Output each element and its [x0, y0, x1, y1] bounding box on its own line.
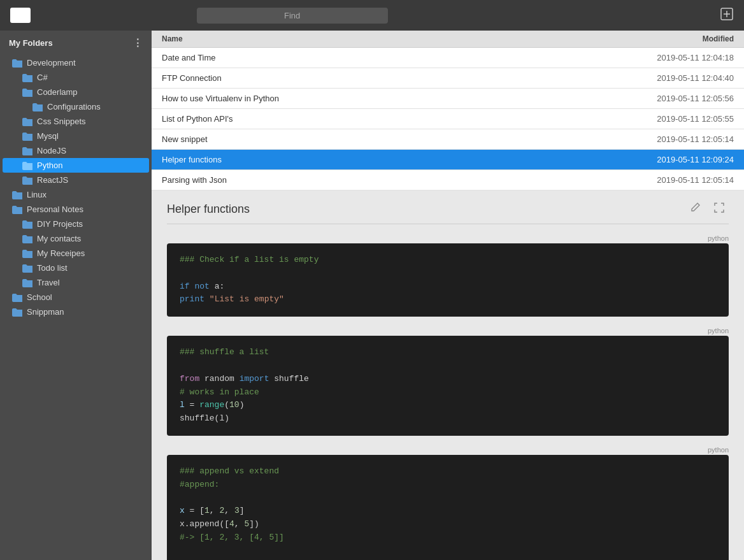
- my-folders-label: My Folders: [9, 38, 53, 48]
- search-input[interactable]: [197, 8, 388, 24]
- file-modified: 2019-05-11 12:04:40: [617, 68, 744, 88]
- sidebar-item-label: Linux: [27, 190, 46, 199]
- col-name-header: Name: [152, 34, 617, 43]
- sidebar-item-my-contacts[interactable]: My contacts: [3, 231, 149, 246]
- folder-icon: [11, 205, 23, 214]
- code-block-container: python### append vs extend#append: x = […: [167, 446, 729, 560]
- table-row[interactable]: List of Python API's2019-05-11 12:05:55: [152, 109, 744, 129]
- sidebar-item-label: My contacts: [37, 234, 81, 243]
- file-rows: Date and Time2019-05-11 12:04:18FTP Conn…: [152, 48, 744, 190]
- table-row[interactable]: Helper functions2019-05-11 12:09:24: [152, 150, 744, 170]
- folder-icon: [22, 132, 33, 141]
- file-list-header: Name Modified: [152, 31, 744, 48]
- file-modified: 2019-05-11 12:05:14: [617, 170, 744, 190]
- sidebar-item-travel[interactable]: Travel: [3, 275, 149, 290]
- code-line: ### append vs extend: [180, 465, 716, 478]
- sidebar-item-mysql[interactable]: Mysql: [3, 129, 149, 143]
- folder-icon: [11, 59, 23, 68]
- code-line: #-> [1, 2, 3, [4, 5]]: [180, 531, 716, 545]
- table-row[interactable]: How to use Virtualenv in Python2019-05-1…: [152, 89, 744, 109]
- file-modified: 2019-05-11 12:05:55: [617, 109, 744, 129]
- folder-icon: [11, 293, 23, 302]
- sidebar-item-label: Css Snippets: [37, 117, 86, 126]
- search-container: [197, 8, 388, 24]
- sidebar-more-icon[interactable]: ⋮: [132, 37, 143, 49]
- code-line: #extend:: [180, 558, 716, 560]
- folder-icon: [22, 264, 33, 273]
- folder-icon: [22, 147, 33, 155]
- col-modified-header: Modified: [617, 34, 744, 43]
- file-name: How to use Virtualenv in Python: [152, 89, 617, 108]
- code-block: ### Check if a list is empty if not a: p…: [167, 243, 729, 317]
- code-line: [180, 545, 716, 558]
- sidebar-item-python[interactable]: Python: [3, 158, 149, 173]
- sidebar-item-linux[interactable]: Linux: [3, 187, 149, 202]
- code-line: #append:: [180, 478, 716, 492]
- folder-icon: [22, 220, 33, 229]
- sidebar: My Folders ⋮ Development C# Coderlamp Co…: [0, 31, 152, 560]
- code-line: print "List is empty": [180, 293, 716, 306]
- folder-icon: [22, 249, 33, 258]
- code-line: x.append([4, 5]): [180, 518, 716, 531]
- sidebar-item-school[interactable]: School: [3, 290, 149, 305]
- code-line: l = range(10): [180, 399, 716, 412]
- code-line: [180, 359, 716, 373]
- sidebar-item-todo-list[interactable]: Todo list: [3, 261, 149, 275]
- folder-icon: [32, 103, 43, 111]
- sidebar-item-label: Mysql: [37, 131, 59, 141]
- app-logo: [10, 8, 31, 23]
- edit-note-button[interactable]: [685, 201, 705, 217]
- table-row[interactable]: FTP Connection2019-05-11 12:04:40: [152, 68, 744, 89]
- sidebar-item-label: Configurations: [47, 102, 101, 111]
- sidebar-item-label: NodeJS: [37, 146, 66, 155]
- table-row[interactable]: Parsing with Json2019-05-11 12:05:14: [152, 170, 744, 190]
- sidebar-item-label: Personal Notes: [27, 205, 83, 214]
- content-area: Name Modified Date and Time2019-05-11 12…: [152, 31, 744, 560]
- table-row[interactable]: New snippet2019-05-11 12:05:14: [152, 129, 744, 150]
- sidebar-item-csharp[interactable]: C#: [3, 70, 149, 85]
- code-line: [180, 492, 716, 505]
- code-line: from random import shuffle: [180, 373, 716, 386]
- sidebar-item-label: Development: [27, 58, 76, 68]
- file-modified: 2019-05-11 12:04:18: [617, 48, 744, 68]
- sidebar-item-configurations[interactable]: Configurations: [3, 99, 149, 114]
- sidebar-item-nodejs[interactable]: NodeJS: [3, 143, 149, 158]
- code-line: # works in place: [180, 386, 716, 399]
- note-preview: Helper functions python### Check if a li…: [152, 190, 744, 560]
- sidebar-item-label: Coderlamp: [37, 87, 78, 97]
- code-blocks-container: python### Check if a list is empty if no…: [167, 234, 729, 560]
- sidebar-item-my-receipes[interactable]: My Receipes: [3, 246, 149, 261]
- file-modified: 2019-05-11 12:09:24: [617, 150, 744, 169]
- folder-icon: [22, 234, 33, 243]
- file-name: List of Python API's: [152, 109, 617, 129]
- file-name: Helper functions: [152, 150, 617, 169]
- folder-icon: [22, 117, 33, 126]
- expand-note-button[interactable]: [710, 201, 729, 217]
- sidebar-item-label: Travel: [37, 278, 60, 287]
- file-name: Date and Time: [152, 48, 617, 68]
- code-line: ### shuffle a list: [180, 346, 716, 359]
- sidebar-header: My Folders ⋮: [0, 31, 152, 55]
- folder-icon: [22, 176, 33, 185]
- table-row[interactable]: Date and Time2019-05-11 12:04:18: [152, 48, 744, 68]
- sidebar-item-coderlamp[interactable]: Coderlamp: [3, 85, 149, 99]
- note-actions: [685, 201, 729, 217]
- file-name: FTP Connection: [152, 68, 617, 88]
- note-title: Helper functions: [167, 203, 250, 216]
- topbar: [0, 0, 744, 31]
- sidebar-item-diy-projects[interactable]: DIY Projects: [3, 217, 149, 231]
- sidebar-item-personal-notes[interactable]: Personal Notes: [3, 202, 149, 217]
- folder-icon: [11, 190, 23, 199]
- new-note-button[interactable]: [720, 7, 734, 24]
- sidebar-item-label: My Receipes: [37, 248, 85, 258]
- sidebar-item-css-snippets[interactable]: Css Snippets: [3, 114, 149, 129]
- sidebar-item-label: School: [27, 292, 52, 302]
- sidebar-item-label: Todo list: [37, 263, 68, 273]
- file-name: Parsing with Json: [152, 170, 617, 190]
- sidebar-item-snippman[interactable]: Snippman: [3, 305, 149, 319]
- sidebar-item-development[interactable]: Development: [3, 55, 149, 70]
- sidebar-item-reactjs[interactable]: ReactJS: [3, 173, 149, 187]
- code-block: ### append vs extend#append: x = [1, 2, …: [167, 455, 729, 560]
- sidebar-item-label: C#: [37, 73, 48, 82]
- code-block-lang: python: [167, 446, 729, 454]
